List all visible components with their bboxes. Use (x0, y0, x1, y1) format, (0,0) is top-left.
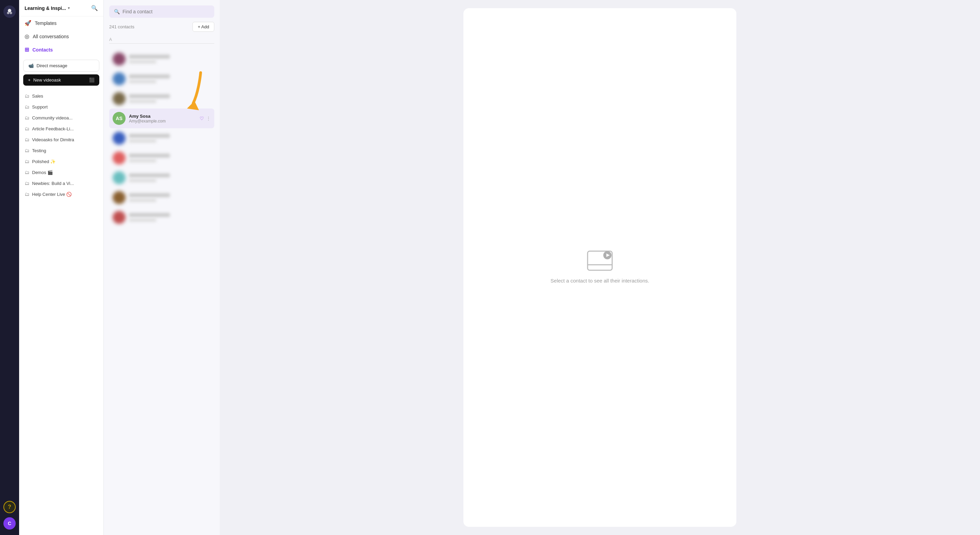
blurred-email-6 (129, 179, 156, 182)
blurred-name-2 (129, 74, 170, 78)
folder-label-testing: Testing (32, 148, 46, 153)
sidebar-header: Learning & Inspi... ▾ 🔍 (19, 0, 103, 16)
blurred-contact-5[interactable] (109, 148, 214, 168)
contact-actions-amy: ♡ ⋮ (200, 116, 211, 121)
folder-item-article[interactable]: 🗂 Article Feedback-Li... ••• (19, 123, 103, 134)
blurred-contact-7[interactable] (109, 188, 214, 207)
folder-icon: 🗂 (25, 170, 29, 175)
blurred-contact-3[interactable] (109, 89, 214, 108)
search-bar[interactable]: 🔍 (109, 5, 214, 18)
all-conversations-icon: ◎ (25, 33, 29, 40)
blurred-name-3 (129, 94, 170, 98)
folder-icon: 🗂 (25, 126, 29, 131)
blurred-email-2 (129, 80, 156, 83)
folder-item-testing[interactable]: 🗂 Testing ••• (19, 145, 103, 156)
contact-item-amy-sosa[interactable]: AS Amy Sosa Amy@example.com ♡ ⋮ (109, 108, 214, 128)
folder-item-demos[interactable]: 🗂 Demos 🎬 ••• (19, 167, 103, 178)
blurred-name-1 (129, 54, 170, 59)
blurred-email-7 (129, 199, 156, 202)
blurred-avatar-2 (113, 72, 126, 85)
blurred-contact-1[interactable] (109, 49, 214, 69)
folder-icon: 🗂 (25, 104, 29, 110)
nav-item-all-conversations[interactable]: ◎ All conversations (19, 30, 103, 43)
folder-label-support: Support (32, 104, 48, 110)
blurred-contact-8[interactable] (109, 207, 214, 227)
blurred-avatar-5 (113, 151, 126, 164)
folder-icon: 🗂 (25, 93, 29, 99)
nav-item-templates[interactable]: 🚀 Templates (19, 16, 103, 30)
blurred-info-6 (129, 174, 170, 182)
search-icon: 🔍 (114, 9, 120, 14)
folder-label-community: Community videoa... (32, 115, 73, 121)
folder-label-demos: Demos 🎬 (32, 170, 53, 175)
contacts-list: AS Amy Sosa Amy@example.com ♡ ⋮ (109, 49, 214, 227)
direct-message-icon: 📹 (28, 63, 34, 68)
sidebar-folders: 🗂 Sales ••• 🗂 Support ••• 🗂 Community vi… (19, 89, 103, 535)
folder-item-support[interactable]: 🗂 Support ••• (19, 101, 103, 112)
blurred-contact-6[interactable] (109, 168, 214, 188)
app-logo[interactable] (3, 5, 16, 18)
contacts-header: 241 contacts + Add (109, 22, 214, 32)
blurred-info-2 (129, 74, 170, 83)
folder-label-newbies: Newbies: Build a Vi... (32, 181, 74, 186)
workspace-selector[interactable]: Learning & Inspi... ▾ (25, 5, 70, 11)
right-panel: Select a contact to see all their intera… (220, 0, 980, 535)
folder-item-community[interactable]: 🗂 Community videoa... ••• (19, 112, 103, 123)
contact-avatar-amy: AS (113, 112, 126, 125)
blurred-name-5 (129, 154, 170, 158)
sidebar-search-button[interactable]: 🔍 (91, 5, 98, 11)
blurred-avatar-3 (113, 92, 126, 105)
blurred-info-7 (129, 193, 170, 202)
new-videoask-button[interactable]: + New videoask ⬛ (23, 74, 99, 86)
new-videoask-plus-icon: + (28, 78, 31, 83)
folder-icon: 🗂 (25, 115, 29, 121)
inbox-svg (586, 250, 614, 273)
blurred-email-1 (129, 60, 156, 64)
sidebar-actions: 📹 Direct message + New videoask ⬛ (19, 56, 103, 89)
add-contact-button[interactable]: + Add (192, 22, 214, 32)
direct-message-button[interactable]: 📹 Direct message (23, 60, 99, 72)
contact-name-amy: Amy Sosa (129, 114, 196, 119)
blurred-name-4 (129, 134, 170, 138)
blurred-info-3 (129, 94, 170, 103)
folder-label-article: Article Feedback-Li... (32, 126, 74, 131)
blurred-info-5 (129, 154, 170, 162)
icon-bar-bottom: ? C (3, 501, 16, 530)
contacts-count: 241 contacts (109, 24, 134, 29)
alpha-divider-a: A (109, 36, 214, 44)
help-button[interactable]: ? (3, 501, 16, 513)
folder-item-videoasks[interactable]: 🗂 Videoasks for Dimitra ••• (19, 134, 103, 145)
folder-item-help-center[interactable]: 🗂 Help Center Live 🚫 ••• (19, 189, 103, 200)
nav-label-contacts: Contacts (32, 47, 53, 53)
blurred-email-8 (129, 218, 156, 222)
blurred-avatar-8 (113, 211, 126, 224)
folder-item-newbies[interactable]: 🗂 Newbies: Build a Vi... ••• (19, 178, 103, 189)
contact-email-amy: Amy@example.com (129, 119, 196, 124)
blurred-avatar-6 (113, 171, 126, 184)
user-avatar-button[interactable]: C (3, 517, 16, 530)
search-input[interactable] (123, 9, 210, 14)
folder-icon: 🗂 (25, 148, 29, 153)
empty-state-icon (588, 252, 612, 272)
new-videoask-upload-icon: ⬛ (89, 78, 94, 83)
icon-bar: ? C (0, 0, 19, 535)
blurred-email-4 (129, 139, 156, 143)
templates-icon: 🚀 (25, 20, 32, 26)
folder-icon: 🗂 (25, 180, 29, 186)
blurred-contact-4[interactable] (109, 128, 214, 148)
contacts-panel: 🔍 241 contacts + Add A (104, 0, 220, 535)
direct-message-label: Direct message (37, 63, 67, 68)
nav-item-contacts[interactable]: ⊞ Contacts (19, 43, 103, 56)
blurred-email-5 (129, 159, 156, 162)
favorite-icon[interactable]: ♡ (200, 116, 204, 121)
svg-point-2 (10, 12, 12, 14)
folder-icon: 🗂 (25, 137, 29, 142)
sidebar: Learning & Inspi... ▾ 🔍 🚀 Templates ◎ Al… (19, 0, 104, 535)
svg-point-0 (8, 9, 11, 12)
blurred-name-7 (129, 193, 170, 197)
folder-item-sales[interactable]: 🗂 Sales ••• (19, 91, 103, 101)
workspace-name-text: Learning & Inspi... (25, 5, 66, 11)
folder-item-polished[interactable]: 🗂 Polished ✨ ••• (19, 156, 103, 167)
blurred-contact-2[interactable] (109, 69, 214, 89)
more-options-icon[interactable]: ⋮ (206, 116, 211, 121)
